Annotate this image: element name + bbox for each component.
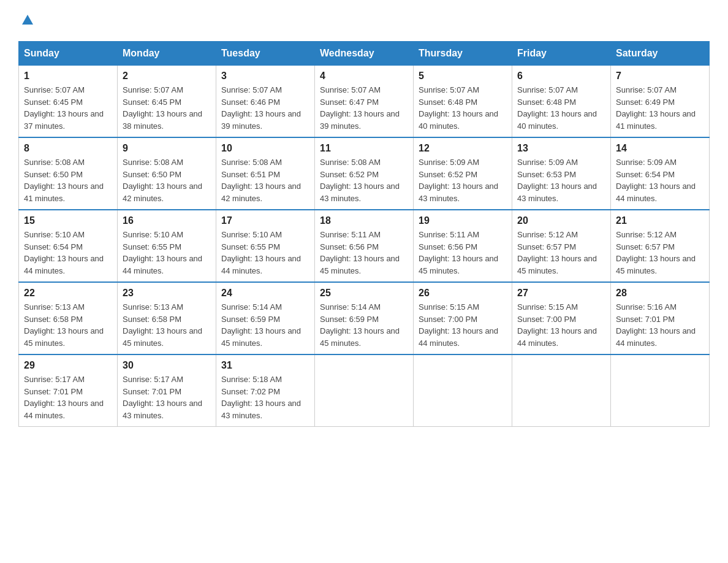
calendar-week-row: 15Sunrise: 5:10 AMSunset: 6:54 PMDayligh… bbox=[19, 210, 710, 282]
calendar-cell: 28Sunrise: 5:16 AMSunset: 7:01 PMDayligh… bbox=[611, 282, 710, 354]
calendar-cell bbox=[414, 354, 512, 427]
day-number: 19 bbox=[419, 215, 507, 226]
calendar-cell: 1Sunrise: 5:07 AMSunset: 6:45 PMDaylight… bbox=[19, 66, 118, 138]
calendar-cell: 31Sunrise: 5:18 AMSunset: 7:02 PMDayligh… bbox=[216, 354, 315, 427]
day-info: Sunrise: 5:07 AMSunset: 6:48 PMDaylight:… bbox=[419, 84, 507, 132]
calendar-cell bbox=[611, 354, 710, 427]
calendar-cell: 17Sunrise: 5:10 AMSunset: 6:55 PMDayligh… bbox=[216, 210, 315, 282]
day-number: 1 bbox=[24, 71, 112, 82]
calendar-cell: 5Sunrise: 5:07 AMSunset: 6:48 PMDaylight… bbox=[414, 66, 512, 138]
day-info: Sunrise: 5:13 AMSunset: 6:58 PMDaylight:… bbox=[24, 301, 112, 349]
day-info: Sunrise: 5:14 AMSunset: 6:59 PMDaylight:… bbox=[320, 301, 408, 349]
day-info: Sunrise: 5:11 AMSunset: 6:56 PMDaylight:… bbox=[320, 229, 408, 277]
svg-marker-0 bbox=[22, 15, 33, 25]
day-number: 29 bbox=[24, 360, 112, 371]
calendar-cell: 7Sunrise: 5:07 AMSunset: 6:49 PMDaylight… bbox=[611, 66, 710, 138]
calendar-cell bbox=[512, 354, 611, 427]
calendar-cell: 27Sunrise: 5:15 AMSunset: 7:00 PMDayligh… bbox=[512, 282, 611, 354]
calendar-cell: 13Sunrise: 5:09 AMSunset: 6:53 PMDayligh… bbox=[512, 137, 611, 210]
calendar-cell: 30Sunrise: 5:17 AMSunset: 7:01 PMDayligh… bbox=[118, 354, 216, 427]
day-info: Sunrise: 5:07 AMSunset: 6:45 PMDaylight:… bbox=[123, 84, 211, 132]
day-info: Sunrise: 5:15 AMSunset: 7:00 PMDaylight:… bbox=[419, 301, 507, 349]
day-number: 31 bbox=[221, 360, 309, 371]
day-number: 3 bbox=[221, 71, 309, 82]
col-header-thursday: Thursday bbox=[414, 42, 512, 66]
day-info: Sunrise: 5:07 AMSunset: 6:45 PMDaylight:… bbox=[24, 84, 112, 132]
calendar-cell: 11Sunrise: 5:08 AMSunset: 6:52 PMDayligh… bbox=[315, 137, 414, 210]
calendar-cell: 2Sunrise: 5:07 AMSunset: 6:45 PMDaylight… bbox=[118, 66, 216, 138]
calendar-cell bbox=[315, 354, 414, 427]
day-info: Sunrise: 5:14 AMSunset: 6:59 PMDaylight:… bbox=[221, 301, 309, 349]
calendar-cell: 21Sunrise: 5:12 AMSunset: 6:57 PMDayligh… bbox=[611, 210, 710, 282]
calendar-cell: 8Sunrise: 5:08 AMSunset: 6:50 PMDaylight… bbox=[19, 137, 118, 210]
day-number: 25 bbox=[320, 288, 408, 299]
day-number: 15 bbox=[24, 215, 112, 226]
day-info: Sunrise: 5:09 AMSunset: 6:53 PMDaylight:… bbox=[517, 156, 605, 204]
calendar-cell: 25Sunrise: 5:14 AMSunset: 6:59 PMDayligh… bbox=[315, 282, 414, 354]
day-info: Sunrise: 5:18 AMSunset: 7:02 PMDaylight:… bbox=[221, 373, 309, 421]
col-header-wednesday: Wednesday bbox=[315, 42, 414, 66]
calendar-cell: 15Sunrise: 5:10 AMSunset: 6:54 PMDayligh… bbox=[19, 210, 118, 282]
day-number: 26 bbox=[419, 288, 507, 299]
logo-icon bbox=[21, 12, 34, 31]
day-info: Sunrise: 5:07 AMSunset: 6:46 PMDaylight:… bbox=[221, 84, 309, 132]
calendar-cell: 22Sunrise: 5:13 AMSunset: 6:58 PMDayligh… bbox=[19, 282, 118, 354]
day-number: 21 bbox=[616, 215, 704, 226]
calendar-cell: 9Sunrise: 5:08 AMSunset: 6:50 PMDaylight… bbox=[118, 137, 216, 210]
calendar-cell: 26Sunrise: 5:15 AMSunset: 7:00 PMDayligh… bbox=[414, 282, 512, 354]
day-info: Sunrise: 5:08 AMSunset: 6:50 PMDaylight:… bbox=[24, 156, 112, 204]
day-number: 17 bbox=[221, 215, 309, 226]
calendar-cell: 23Sunrise: 5:13 AMSunset: 6:58 PMDayligh… bbox=[118, 282, 216, 354]
day-info: Sunrise: 5:08 AMSunset: 6:50 PMDaylight:… bbox=[123, 156, 211, 204]
day-info: Sunrise: 5:17 AMSunset: 7:01 PMDaylight:… bbox=[123, 373, 211, 421]
day-info: Sunrise: 5:08 AMSunset: 6:52 PMDaylight:… bbox=[320, 156, 408, 204]
day-info: Sunrise: 5:09 AMSunset: 6:54 PMDaylight:… bbox=[616, 156, 704, 204]
calendar-cell: 4Sunrise: 5:07 AMSunset: 6:47 PMDaylight… bbox=[315, 66, 414, 138]
day-info: Sunrise: 5:08 AMSunset: 6:51 PMDaylight:… bbox=[221, 156, 309, 204]
calendar-cell: 10Sunrise: 5:08 AMSunset: 6:51 PMDayligh… bbox=[216, 137, 315, 210]
day-number: 10 bbox=[221, 143, 309, 154]
day-number: 24 bbox=[221, 288, 309, 299]
day-number: 20 bbox=[517, 215, 605, 226]
day-number: 5 bbox=[419, 71, 507, 82]
calendar-cell: 20Sunrise: 5:12 AMSunset: 6:57 PMDayligh… bbox=[512, 210, 611, 282]
day-number: 30 bbox=[123, 360, 211, 371]
page-header bbox=[18, 12, 710, 29]
day-number: 23 bbox=[123, 288, 211, 299]
day-info: Sunrise: 5:12 AMSunset: 6:57 PMDaylight:… bbox=[517, 229, 605, 277]
day-info: Sunrise: 5:10 AMSunset: 6:55 PMDaylight:… bbox=[123, 229, 211, 277]
logo bbox=[18, 12, 36, 29]
calendar-week-row: 22Sunrise: 5:13 AMSunset: 6:58 PMDayligh… bbox=[19, 282, 710, 354]
day-number: 8 bbox=[24, 143, 112, 154]
calendar-cell: 3Sunrise: 5:07 AMSunset: 6:46 PMDaylight… bbox=[216, 66, 315, 138]
day-number: 7 bbox=[616, 71, 704, 82]
day-number: 11 bbox=[320, 143, 408, 154]
calendar-table: SundayMondayTuesdayWednesdayThursdayFrid… bbox=[18, 41, 710, 427]
day-info: Sunrise: 5:07 AMSunset: 6:48 PMDaylight:… bbox=[517, 84, 605, 132]
calendar-cell: 16Sunrise: 5:10 AMSunset: 6:55 PMDayligh… bbox=[118, 210, 216, 282]
col-header-tuesday: Tuesday bbox=[216, 42, 315, 66]
day-info: Sunrise: 5:12 AMSunset: 6:57 PMDaylight:… bbox=[616, 229, 704, 277]
day-number: 14 bbox=[616, 143, 704, 154]
day-number: 18 bbox=[320, 215, 408, 226]
col-header-saturday: Saturday bbox=[611, 42, 710, 66]
col-header-monday: Monday bbox=[118, 42, 216, 66]
day-number: 22 bbox=[24, 288, 112, 299]
col-header-friday: Friday bbox=[512, 42, 611, 66]
calendar-cell: 12Sunrise: 5:09 AMSunset: 6:52 PMDayligh… bbox=[414, 137, 512, 210]
day-info: Sunrise: 5:07 AMSunset: 6:47 PMDaylight:… bbox=[320, 84, 408, 132]
day-number: 28 bbox=[616, 288, 704, 299]
calendar-week-row: 1Sunrise: 5:07 AMSunset: 6:45 PMDaylight… bbox=[19, 66, 710, 138]
day-number: 6 bbox=[517, 71, 605, 82]
day-info: Sunrise: 5:09 AMSunset: 6:52 PMDaylight:… bbox=[419, 156, 507, 204]
day-info: Sunrise: 5:10 AMSunset: 6:55 PMDaylight:… bbox=[221, 229, 309, 277]
calendar-cell: 6Sunrise: 5:07 AMSunset: 6:48 PMDaylight… bbox=[512, 66, 611, 138]
calendar-cell: 19Sunrise: 5:11 AMSunset: 6:56 PMDayligh… bbox=[414, 210, 512, 282]
day-number: 12 bbox=[419, 143, 507, 154]
calendar-week-row: 8Sunrise: 5:08 AMSunset: 6:50 PMDaylight… bbox=[19, 137, 710, 210]
day-info: Sunrise: 5:13 AMSunset: 6:58 PMDaylight:… bbox=[123, 301, 211, 349]
calendar-header-row: SundayMondayTuesdayWednesdayThursdayFrid… bbox=[19, 42, 710, 66]
col-header-sunday: Sunday bbox=[19, 42, 118, 66]
day-number: 4 bbox=[320, 71, 408, 82]
day-number: 27 bbox=[517, 288, 605, 299]
